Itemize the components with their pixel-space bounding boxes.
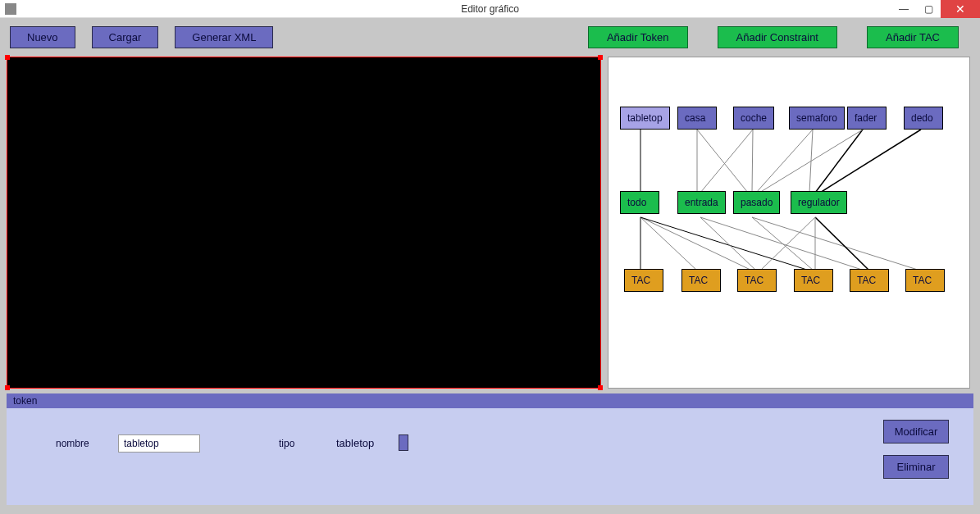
- toolbar: Nuevo Cargar Generar XML Añadir Token Añ…: [3, 21, 977, 57]
- svg-line-4: [752, 130, 753, 193]
- svg-line-18: [815, 217, 869, 271]
- resize-handle-tr[interactable]: [598, 55, 603, 60]
- svg-line-15: [700, 217, 864, 271]
- graph-node-tac[interactable]: TAC: [737, 269, 777, 292]
- tipo-value: tabletop: [336, 437, 374, 449]
- canvas[interactable]: [7, 57, 601, 389]
- node-label: TAC: [857, 275, 876, 286]
- graph-node-constraint[interactable]: entrada: [677, 191, 726, 214]
- svg-line-2: [697, 130, 748, 193]
- eliminar-button[interactable]: Eliminar: [883, 455, 949, 479]
- main-area: Nuevo Cargar Generar XML Añadir Token Añ…: [0, 18, 980, 514]
- node-label: TAC: [745, 275, 763, 286]
- svg-line-13: [640, 217, 809, 271]
- graph-node-tac[interactable]: TAC: [681, 269, 721, 292]
- svg-line-14: [700, 217, 756, 271]
- node-label: coche: [741, 112, 767, 124]
- app-icon: [5, 3, 16, 15]
- node-label: TAC: [801, 275, 820, 286]
- svg-line-9: [820, 130, 921, 193]
- resize-handle-bl[interactable]: [5, 385, 10, 390]
- svg-line-11: [640, 217, 697, 271]
- svg-line-8: [759, 130, 863, 193]
- minimize-button[interactable]: —: [891, 0, 916, 18]
- anadir-tac-button[interactable]: Añadir TAC: [867, 26, 959, 48]
- svg-line-5: [809, 130, 813, 193]
- graph-node-constraint[interactable]: todo: [620, 191, 659, 214]
- node-label: regulador: [798, 197, 840, 208]
- node-label: todo: [627, 197, 646, 208]
- tipo-label: tipo: [279, 438, 294, 449]
- graph-node-token[interactable]: fader: [847, 107, 887, 130]
- tipo-dropdown-button[interactable]: [399, 434, 408, 451]
- nuevo-button[interactable]: Nuevo: [10, 26, 75, 48]
- svg-line-12: [640, 217, 752, 271]
- graph-node-tac[interactable]: TAC: [624, 269, 663, 292]
- window-title: Editor gráfico: [461, 3, 519, 15]
- graph-node-token[interactable]: dedo: [904, 107, 943, 130]
- node-label: semaforo: [796, 112, 837, 124]
- graph-node-tac[interactable]: TAC: [905, 269, 945, 292]
- node-label: casa: [685, 112, 705, 124]
- node-label: pasado: [741, 197, 773, 208]
- graph-node-token[interactable]: coche: [733, 107, 774, 130]
- node-label: TAC: [631, 275, 650, 286]
- node-label: entrada: [685, 197, 718, 208]
- svg-line-3: [700, 130, 753, 193]
- node-label: TAC: [913, 275, 932, 286]
- nombre-label: nombre: [56, 438, 89, 449]
- window-controls: — ▢ ✕: [891, 0, 980, 18]
- graph-node-tac[interactable]: TAC: [794, 269, 833, 292]
- node-label: fader: [855, 112, 877, 124]
- titlebar: Editor gráfico — ▢ ✕: [0, 0, 980, 18]
- resize-handle-br[interactable]: [598, 385, 603, 390]
- graph-node-constraint[interactable]: pasado: [733, 191, 780, 214]
- svg-line-16: [752, 217, 814, 271]
- svg-line-17: [752, 217, 920, 271]
- nombre-input[interactable]: [118, 434, 200, 453]
- generar-xml-button[interactable]: Generar XML: [175, 26, 273, 48]
- maximize-button[interactable]: ▢: [916, 0, 941, 18]
- properties-header: token: [7, 393, 973, 408]
- graph-node-token[interactable]: casa: [677, 107, 717, 130]
- svg-line-20: [760, 217, 815, 271]
- cargar-button[interactable]: Cargar: [92, 26, 159, 48]
- graph-node-tac[interactable]: TAC: [850, 269, 889, 292]
- graph-panel[interactable]: tabletop casa coche semaforo fader dedo …: [608, 57, 970, 389]
- anadir-token-button[interactable]: Añadir Token: [588, 26, 688, 48]
- graph-node-token[interactable]: semaforo: [789, 107, 845, 130]
- node-label: tabletop: [627, 112, 663, 124]
- modificar-button[interactable]: Modificar: [883, 420, 949, 443]
- node-label: dedo: [911, 112, 933, 124]
- graph-node-token[interactable]: tabletop: [620, 107, 670, 130]
- graph-node-constraint[interactable]: regulador: [791, 191, 847, 214]
- anadir-constraint-button[interactable]: Añadir Constraint: [718, 26, 837, 48]
- properties-panel: nombre tipo tabletop Modificar Eliminar: [7, 408, 973, 505]
- svg-line-6: [756, 130, 813, 193]
- resize-handle-tl[interactable]: [5, 55, 10, 60]
- close-button[interactable]: ✕: [941, 0, 980, 18]
- workspace: tabletop casa coche semaforo fader dedo …: [3, 57, 977, 389]
- svg-line-7: [815, 130, 863, 193]
- node-label: TAC: [689, 275, 708, 286]
